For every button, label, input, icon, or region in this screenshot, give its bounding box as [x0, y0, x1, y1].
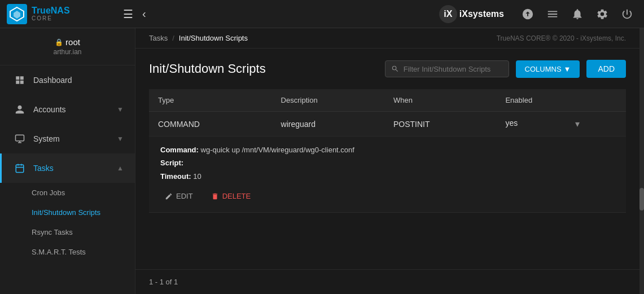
- edit-button[interactable]: EDIT: [160, 187, 198, 205]
- cell-description: wireguard: [272, 112, 384, 137]
- logo-text: TrueNAS CORE: [32, 6, 70, 21]
- notes-button[interactable]: [542, 4, 563, 24]
- timeout-label: Timeout:: [160, 172, 191, 181]
- copyright-text: TrueNAS CORE® © 2020 - iXsystems, Inc.: [497, 34, 626, 42]
- search-input[interactable]: [404, 65, 503, 73]
- user-name: 🔒 root: [55, 37, 80, 47]
- system-icon: [13, 132, 27, 146]
- tasks-icon: [13, 161, 27, 175]
- sidebar-item-system[interactable]: System ▼: [0, 124, 135, 153]
- delete-icon: [211, 192, 219, 200]
- top-header: TrueNAS CORE ☰ ‹ iX iXsystems: [0, 0, 644, 28]
- breadcrumb-sep: /: [172, 34, 174, 42]
- sidebar: 🔒 root arthur.ian Dashboard Accounts ▼ S…: [0, 28, 135, 294]
- main-layout: 🔒 root arthur.ian Dashboard Accounts ▼ S…: [0, 28, 644, 294]
- cell-when: POSTINIT: [384, 112, 496, 137]
- alert-button[interactable]: [567, 4, 588, 24]
- accounts-icon: [13, 103, 27, 116]
- ix-systems-text: iXsystems: [459, 9, 504, 19]
- page-title: Init/Shutdown Scripts: [149, 62, 378, 76]
- cell-enabled: yes ▾: [496, 112, 589, 137]
- col-actions: [589, 89, 626, 112]
- truenas-label: TrueNAS: [32, 6, 70, 15]
- table-row[interactable]: COMMAND wireguard POSTINIT yes ▾: [149, 112, 626, 137]
- system-label: System: [33, 134, 117, 143]
- breadcrumb-nav: Tasks / Init/Shutdown Scripts: [149, 34, 248, 42]
- edit-label: EDIT: [176, 190, 193, 203]
- lock-icon: 🔒: [55, 38, 63, 46]
- add-button[interactable]: ADD: [586, 60, 626, 78]
- data-table: Type Description When Enabled COMMAND wi…: [149, 89, 626, 213]
- ix-badge: iX: [439, 5, 457, 23]
- col-enabled: Enabled: [496, 89, 589, 112]
- settings-button[interactable]: [592, 4, 612, 24]
- dashboard-label: Dashboard: [33, 76, 124, 85]
- system-arrow: ▼: [117, 135, 124, 143]
- cell-empty: [589, 112, 626, 137]
- delete-button[interactable]: DELETE: [207, 187, 256, 205]
- delete-label: DELETE: [222, 190, 251, 203]
- header-icons: iX iXsystems: [439, 4, 637, 24]
- action-buttons: EDIT DELETE: [160, 187, 615, 205]
- truenas-logo-icon: [7, 4, 27, 24]
- sidebar-item-dashboard[interactable]: Dashboard: [0, 65, 135, 95]
- user-section: 🔒 root arthur.ian: [0, 28, 135, 65]
- columns-button[interactable]: COLUMNS ▼: [516, 60, 580, 78]
- breadcrumb: Tasks / Init/Shutdown Scripts TrueNAS CO…: [135, 28, 639, 49]
- power-button[interactable]: [617, 4, 637, 24]
- sidebar-sub-smart-tests[interactable]: S.M.A.R.T. Tests: [0, 242, 135, 262]
- edit-icon: [165, 192, 173, 200]
- tasks-arrow: ▲: [117, 164, 124, 172]
- detail-row: Command: wg-quick up /mnt/VM/wireguard/w…: [160, 143, 615, 205]
- logo-area: TrueNAS CORE: [7, 4, 120, 24]
- content-area: Tasks / Init/Shutdown Scripts TrueNAS CO…: [135, 28, 639, 294]
- accounts-arrow: ▼: [117, 106, 124, 113]
- dashboard-icon: [13, 73, 27, 87]
- tasks-label: Tasks: [33, 164, 117, 173]
- svg-rect-3: [16, 135, 24, 141]
- update-button[interactable]: [518, 4, 538, 24]
- cell-type: COMMAND: [149, 112, 272, 137]
- page-header: Init/Shutdown Scripts COLUMNS ▼ ADD: [149, 60, 626, 78]
- page-content: Init/Shutdown Scripts COLUMNS ▼ ADD Type…: [135, 49, 639, 269]
- user-host: arthur.ian: [53, 48, 81, 56]
- col-description: Description: [272, 89, 384, 112]
- sidebar-sub-init-shutdown[interactable]: Init/Shutdown Scripts: [0, 203, 135, 222]
- timeout-value: 10: [193, 172, 201, 181]
- svg-rect-6: [16, 165, 24, 173]
- table-header: Type Description When Enabled: [149, 89, 626, 112]
- command-label: Command:: [160, 146, 199, 154]
- command-value: wg-quick up /mnt/VM/wireguard/wg0-client…: [201, 146, 354, 154]
- scroll-track[interactable]: [639, 28, 644, 294]
- scroll-thumb[interactable]: [639, 188, 644, 210]
- row-expand-icon[interactable]: ▾: [575, 119, 580, 129]
- pagination: 1 - 1 of 1: [135, 269, 639, 294]
- breadcrumb-tasks[interactable]: Tasks: [149, 34, 168, 42]
- script-label: Script:: [160, 159, 183, 167]
- core-label: CORE: [32, 15, 70, 21]
- hamburger-button[interactable]: ☰: [120, 4, 137, 24]
- col-type: Type: [149, 89, 272, 112]
- col-when: When: [384, 89, 496, 112]
- accounts-label: Accounts: [33, 105, 117, 114]
- sidebar-item-accounts[interactable]: Accounts ▼: [0, 95, 135, 124]
- breadcrumb-current: Init/Shutdown Scripts: [179, 34, 248, 42]
- search-icon: [391, 64, 399, 73]
- sidebar-item-tasks[interactable]: Tasks ▲: [0, 153, 135, 183]
- pagination-text: 1 - 1 of 1: [149, 278, 178, 286]
- search-box[interactable]: [385, 60, 509, 77]
- expanded-row: Command: wg-quick up /mnt/VM/wireguard/w…: [149, 137, 626, 213]
- sidebar-sub-cron-jobs[interactable]: Cron Jobs: [0, 183, 135, 203]
- back-button[interactable]: ‹: [139, 4, 150, 24]
- ix-systems-logo: iX iXsystems: [439, 5, 504, 23]
- sidebar-sub-rsync[interactable]: Rsync Tasks: [0, 222, 135, 242]
